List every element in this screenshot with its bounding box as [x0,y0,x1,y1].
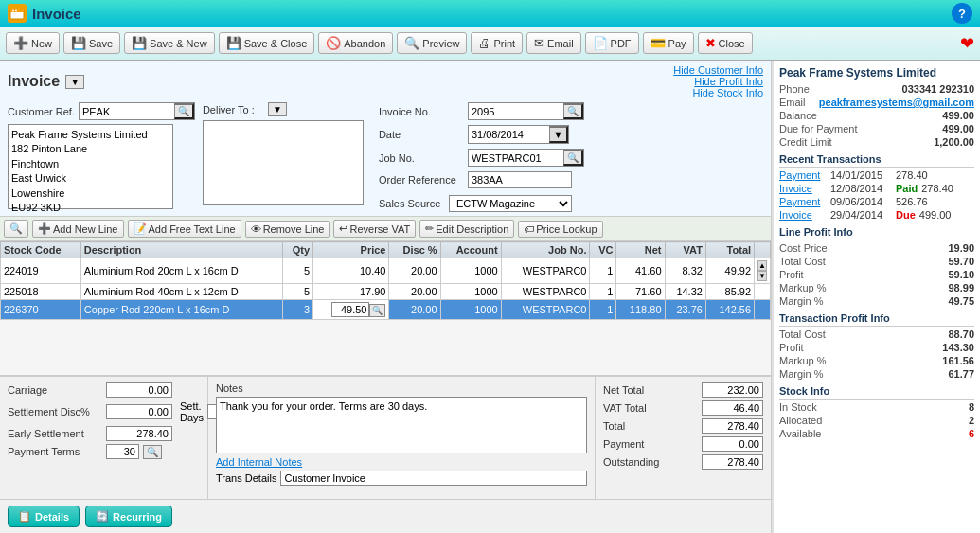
reverse-vat-icon: ↩ [339,222,347,235]
trans-profit-value: 143.30 [942,342,974,353]
invoice-header: Invoice ▼ Hide Customer Info Hide Profit… [0,61,771,217]
new-icon: ➕ [13,36,28,50]
save-close-icon: 💾 [226,36,241,50]
date-input[interactable] [469,127,549,142]
transaction-type-link[interactable]: Payment [779,196,827,207]
scroll-up-button[interactable]: ▲ [757,260,767,271]
save-close-button[interactable]: 💾 Save & Close [219,32,315,54]
notes-textarea[interactable]: Thank you for your order. Terms are 30 d… [216,397,587,453]
save-button[interactable]: 💾 Save [63,32,120,54]
price-lookup-icon: 🏷 [524,223,534,235]
abandon-button[interactable]: 🚫 Abandon [318,32,393,54]
customer-section: Customer Ref. 🔍 Peak Frame Systems Limit… [8,102,195,209]
email-value[interactable]: peakframesystems@gmail.com [819,97,974,108]
invoice-table-container[interactable]: Stock Code Description Qty Price Disc % … [0,241,771,376]
edit-description-button[interactable]: ✏ Edit Description [419,220,514,238]
date-dropdown-button[interactable]: ▼ [549,126,568,143]
job-no-input[interactable] [469,151,563,166]
col-vc: VC [590,242,616,258]
left-panel: Invoice ▼ Hide Customer Info Hide Profit… [0,61,772,533]
preview-button[interactable]: 🔍 Preview [397,32,467,54]
add-internal-notes-link[interactable]: Add Internal Notes [216,456,587,468]
price-lookup-button[interactable]: 🏷 Price Lookup [518,221,602,238]
scroll-down-button[interactable]: ▼ [757,271,767,281]
abandon-icon: 🚫 [326,36,341,50]
margin-pct-label: Margin % [779,295,823,307]
outstanding-input[interactable] [702,454,763,470]
settlement-disc-input[interactable] [106,404,172,419]
recent-transactions-header: Recent Transactions [779,153,974,168]
deliver-to-dropdown-button[interactable]: ▼ [268,102,287,116]
hide-stock-link[interactable]: Hide Stock Info [692,87,763,98]
col-description: Description [80,242,282,258]
transaction-date: 14/01/2015 [830,169,892,181]
invoice-title: Invoice [8,73,60,90]
trans-markup-value: 161.56 [942,355,974,366]
col-net: Net [616,242,665,258]
transaction-type-link[interactable]: Invoice [779,209,827,221]
add-new-line-button[interactable]: ➕ Add New Line [32,220,124,238]
notes-label: Notes [216,382,587,394]
due-payment-value: 499.00 [942,123,974,134]
payment-input[interactable] [702,436,763,452]
net-total-input[interactable] [702,382,763,398]
trans-total-cost-label: Total Cost [779,329,826,340]
invoice-dropdown-button[interactable]: ▼ [65,75,84,89]
due-payment-label: Due for Payment [779,123,858,134]
vat-total-input[interactable] [702,400,763,416]
help-button[interactable]: ? [952,3,972,24]
allocated-label: Allocated [779,415,822,426]
invoice-no-group: 🔍 [468,102,584,120]
table-row[interactable]: 225018Aluminium Rod 40cm L x 12cm D517.9… [1,284,771,300]
pay-button[interactable]: 💳 Pay [643,32,694,54]
invoice-table: Stock Code Description Qty Price Disc % … [0,241,771,320]
sett-days-label: Sett. Days [180,400,204,423]
search-line-button[interactable]: 🔍 [4,220,28,238]
print-icon: 🖨 [478,36,490,50]
total-label: Total [603,420,625,432]
invoice-no-input[interactable] [469,104,563,119]
trans-margin-value: 61.77 [948,368,974,380]
hide-profit-link[interactable]: Hide Profit Info [694,76,763,87]
invoice-no-label: Invoice No. [379,106,464,117]
credit-limit-value: 1,200.00 [934,136,974,148]
new-button[interactable]: ➕ New [6,32,60,54]
early-settlement-input[interactable] [106,426,172,441]
payment-terms-search-button[interactable]: 🔍 [143,445,162,459]
payment-terms-input[interactable] [106,444,139,459]
save-new-button[interactable]: 💾 Save & New [124,32,215,54]
table-row[interactable]: 224019Aluminium Rod 20cm L x 16cm D510.4… [1,258,771,284]
transaction-row: Invoice29/04/2014Due499.00 [779,209,974,221]
close-button[interactable]: ✖ Close [698,32,753,54]
reverse-vat-button[interactable]: ↩ Reverse VAT [333,220,416,238]
add-free-text-button[interactable]: 📝 Add Free Text Line [128,220,241,238]
hide-links: Hide Customer Info Hide Profit Info Hide… [673,64,763,98]
hide-customer-link[interactable]: Hide Customer Info [673,64,763,76]
recurring-button[interactable]: 🔄 Recurring [85,506,172,527]
transaction-type-link[interactable]: Invoice [779,183,827,194]
balance-value: 499.00 [942,110,974,121]
sales-source-select[interactable]: ECTW Magazine [449,195,572,212]
transaction-type-link[interactable]: Payment [779,169,827,181]
transaction-row: Payment14/01/2015278.40 [779,169,974,181]
carriage-input[interactable] [106,382,172,398]
remove-line-button[interactable]: 👁 Remove Line [245,221,330,238]
price-input[interactable] [331,302,369,317]
transaction-amount: 526.76 [896,196,928,207]
trans-total-cost-value: 88.70 [948,329,974,340]
customer-ref-search-button[interactable]: 🔍 [174,103,194,119]
trans-details-input[interactable] [280,471,587,486]
price-search-button[interactable]: 🔍 [369,304,385,317]
print-button[interactable]: 🖨 Print [471,32,523,54]
customer-ref-input[interactable] [80,105,174,118]
job-no-search-button[interactable]: 🔍 [563,150,583,166]
pdf-button[interactable]: 📄 PDF [585,32,639,54]
email-button[interactable]: ✉ Email [526,32,581,54]
order-ref-input[interactable] [468,171,572,188]
email-label: Email [779,97,806,108]
total-input[interactable] [702,418,763,434]
invoice-no-search-button[interactable]: 🔍 [563,103,583,119]
details-button[interactable]: 📋 Details [8,506,80,527]
transaction-date: 12/08/2014 [830,183,892,194]
table-row[interactable]: 226370Copper Rod 220cm L x 16cm D3🔍20.00… [1,300,771,320]
